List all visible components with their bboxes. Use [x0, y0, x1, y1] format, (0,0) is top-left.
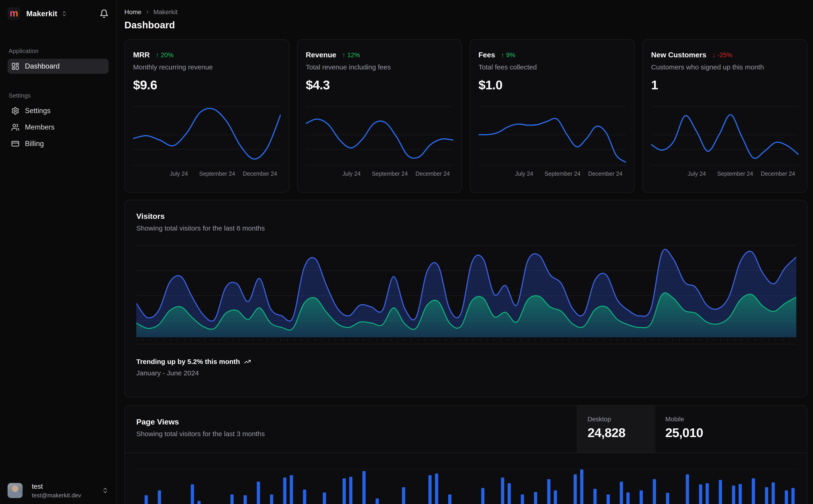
sidebar-item-label: Billing — [25, 140, 44, 148]
stat-description: Monthly recurring revenue — [133, 63, 281, 71]
user-menu[interactable]: test test@makerkit.dev — [8, 482, 109, 499]
stat-card-fees: Fees ↑9% Total fees collected $1.0 July … — [470, 39, 635, 193]
sidebar-section-label: Application — [9, 48, 109, 55]
dashboard-icon — [11, 62, 19, 70]
breadcrumb-current: Makerkit — [153, 8, 178, 16]
stat-value: $4.3 — [306, 77, 453, 92]
stat-card-new-customers: New Customers ↓-25% Customers who signed… — [643, 39, 807, 193]
sidebar-section-label: Settings — [9, 92, 109, 99]
chevrons-up-down-icon — [102, 487, 109, 494]
visitors-area-chart — [136, 244, 796, 345]
toggle-value: 25,010 — [665, 425, 741, 440]
trend-badge: ↑9% — [501, 51, 515, 59]
sidebar: m Makerkit Application Dashboard Setting… — [0, 0, 117, 504]
main-content: Home Makerkit Dashboard MRR ↑20% Monthly… — [117, 0, 813, 504]
app-logo: m — [8, 7, 20, 20]
trend-badge: ↓-25% — [712, 51, 732, 59]
user-email: test@makerkit.dev — [32, 492, 81, 499]
stat-title: MRR — [133, 51, 150, 59]
x-axis-labels: July 24September 24December 24 — [478, 170, 626, 179]
breadcrumb: Home Makerkit — [124, 8, 807, 16]
workspace-selector[interactable]: m Makerkit — [8, 7, 109, 21]
x-axis-labels: July 24September 24December 24 — [133, 170, 281, 179]
stat-value: $9.6 — [133, 77, 281, 92]
notifications-bell-icon[interactable] — [99, 9, 109, 18]
revenue-sparkline-chart — [306, 106, 453, 167]
sidebar-item-settings[interactable]: Settings — [8, 103, 109, 118]
stat-title: New Customers — [651, 51, 707, 59]
arrow-down-icon: ↓ — [712, 51, 716, 59]
sidebar-item-label: Dashboard — [25, 62, 60, 70]
sidebar-item-label: Members — [25, 123, 54, 131]
sidebar-item-label: Settings — [25, 107, 50, 115]
chevron-right-icon — [145, 9, 150, 15]
page-views-bar-chart — [136, 453, 796, 504]
credit-card-icon — [11, 140, 19, 148]
gear-icon — [11, 107, 19, 115]
stat-card-mrr: MRR ↑20% Monthly recurring revenue $9.6 … — [124, 39, 289, 193]
breadcrumb-home-link[interactable]: Home — [124, 8, 141, 16]
mrr-sparkline-chart — [133, 106, 281, 167]
trending-up-icon — [244, 358, 251, 365]
toggle-label: Mobile — [665, 416, 741, 423]
trend-badge: ↑20% — [156, 51, 173, 59]
user-avatar — [8, 483, 23, 498]
page-views-card: Page Views Showing total visitors for th… — [124, 405, 807, 504]
trend-badge: ↑12% — [342, 51, 360, 59]
arrow-up-icon: ↑ — [156, 51, 159, 59]
toggle-label: Desktop — [587, 416, 654, 423]
sidebar-item-members[interactable]: Members — [8, 120, 109, 135]
chevrons-up-down-icon — [61, 11, 67, 17]
visitors-description: Showing total visitors for the last 6 mo… — [136, 224, 795, 232]
sidebar-item-billing[interactable]: Billing — [8, 136, 109, 151]
page-views-header: Page Views Showing total visitors for th… — [125, 406, 807, 453]
sidebar-section-application: Application Dashboard — [8, 48, 109, 74]
workspace-name: Makerkit — [26, 9, 57, 18]
stat-description: Total revenue including fees — [306, 63, 453, 71]
stat-title: Fees — [478, 51, 495, 59]
sidebar-section-settings: Settings Settings Members Billing — [8, 92, 109, 151]
sidebar-item-dashboard[interactable]: Dashboard — [8, 59, 109, 74]
stat-cards-row: MRR ↑20% Monthly recurring revenue $9.6 … — [124, 39, 807, 193]
stat-description: Customers who signed up this month — [651, 63, 799, 71]
stat-title: Revenue — [306, 51, 336, 59]
page-views-description: Showing total visitors for the last 3 mo… — [136, 430, 265, 438]
fees-sparkline-chart — [478, 106, 626, 167]
stat-card-revenue: Revenue ↑12% Total revenue including fee… — [297, 39, 462, 193]
users-icon — [11, 123, 19, 131]
x-axis-labels: July 24September 24December 24 — [651, 170, 799, 179]
page-views-toggle-desktop[interactable]: Desktop 24,828 — [577, 406, 654, 453]
toggle-value: 24,828 — [587, 425, 654, 440]
stat-value: 1 — [651, 77, 799, 92]
page-views-toggle-mobile[interactable]: Mobile 25,010 — [655, 406, 807, 453]
arrow-up-icon: ↑ — [501, 51, 504, 59]
page-title: Dashboard — [124, 20, 807, 31]
new-customers-sparkline-chart — [651, 106, 799, 167]
stat-description: Total fees collected — [478, 63, 626, 71]
x-axis-labels: July 24September 24December 24 — [306, 170, 453, 179]
user-name: test — [32, 482, 81, 491]
stat-value: $1.0 — [478, 77, 626, 92]
arrow-up-icon: ↑ — [342, 51, 345, 59]
visitors-title: Visitors — [136, 212, 795, 221]
visitors-card: Visitors Showing total visitors for the … — [124, 200, 807, 397]
page-views-title: Page Views — [136, 417, 265, 426]
visitors-date-range: January - June 2024 — [136, 369, 795, 377]
visitors-trend-text: Trending up by 5.2% this month — [136, 358, 240, 366]
